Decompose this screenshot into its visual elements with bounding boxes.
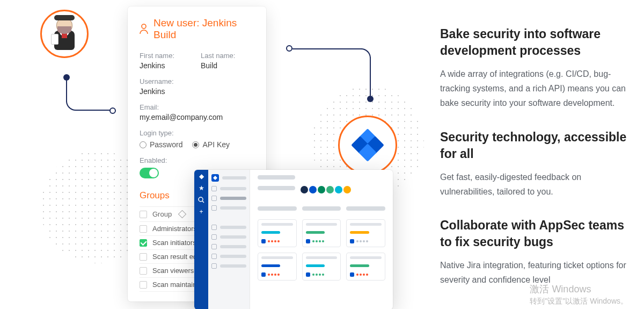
last-name-field[interactable]: Build [201, 61, 254, 70]
diamond-icon[interactable]: ◆ [198, 173, 204, 179]
board-nav-rail: ◆ ★ + [194, 170, 208, 309]
project-item[interactable] [211, 196, 246, 201]
board-mini-card[interactable] [346, 219, 385, 247]
board-mini-card[interactable] [302, 253, 341, 281]
login-radio-apikey-label: API Key [202, 140, 230, 149]
svg-point-1 [199, 197, 203, 202]
login-radio-password-label: Password [150, 140, 182, 149]
login-radio-apikey[interactable]: API Key [192, 140, 230, 149]
board-bar-placeholder [302, 206, 341, 211]
paragraph-accessible: Get fast, easily-digested feedback on vu… [440, 170, 634, 199]
group-checkbox[interactable] [140, 267, 147, 275]
color-swatch[interactable] [309, 186, 317, 193]
heading-collaborate: Collaborate with AppSec teams to fix sec… [440, 217, 634, 250]
svg-line-2 [202, 201, 204, 203]
board-subtext-placeholder [258, 186, 295, 190]
login-type-label: Login type: [140, 129, 254, 137]
first-name-label: First name: [140, 52, 193, 60]
project-item[interactable] [211, 174, 246, 182]
jenkins-icon [50, 17, 79, 51]
last-name-label: Last name: [201, 52, 254, 60]
project-item[interactable] [211, 234, 246, 240]
groups-column-label: Group [152, 210, 172, 218]
email-field[interactable]: my.email@company.com [140, 113, 254, 121]
search-icon[interactable] [198, 197, 204, 203]
enabled-toggle[interactable] [140, 168, 159, 178]
project-item[interactable] [211, 205, 246, 211]
project-item[interactable] [211, 244, 246, 249]
svg-point-0 [142, 24, 146, 28]
project-item[interactable] [211, 186, 246, 191]
group-label: Scan initiators [152, 239, 196, 247]
group-checkbox[interactable] [140, 225, 147, 233]
enabled-label: Enabled: [140, 156, 254, 164]
color-swatch[interactable] [343, 186, 351, 193]
form-title-text: New user: Jenkins Build [153, 17, 254, 41]
email-label: Email: [140, 103, 254, 111]
group-checkbox[interactable] [140, 239, 147, 247]
board-bar-placeholder [258, 206, 297, 211]
login-radio-password[interactable]: Password [140, 140, 182, 149]
board-content [250, 170, 393, 309]
board-mini-card[interactable] [258, 253, 297, 281]
first-name-field[interactable]: Jenkins [140, 61, 193, 70]
paragraph-collaborate: Native Jira integration, featuring ticke… [440, 258, 634, 287]
jira-icon-circle [338, 116, 397, 175]
sort-icon[interactable] [178, 210, 187, 219]
project-item[interactable] [211, 225, 246, 230]
group-label: Administrators [152, 225, 197, 233]
group-label: Scan viewers [152, 267, 194, 275]
color-swatch[interactable] [301, 186, 308, 193]
username-label: Username: [140, 77, 254, 85]
heading-accessible: Security technology, accessible for all [440, 129, 634, 162]
user-icon [140, 24, 148, 34]
username-field[interactable]: Jenkins [140, 87, 254, 96]
jira-icon [354, 131, 382, 159]
star-icon[interactable]: ★ [198, 185, 204, 191]
board-mini-card[interactable] [258, 219, 297, 247]
group-checkbox[interactable] [140, 253, 147, 261]
group-checkbox[interactable] [140, 281, 147, 289]
jenkins-icon-circle [40, 10, 89, 58]
board-project-list [208, 170, 250, 309]
color-swatch[interactable] [318, 186, 325, 193]
board-mini-card[interactable] [346, 253, 385, 281]
form-title: New user: Jenkins Build [140, 17, 254, 41]
board-bar-placeholder [346, 206, 385, 211]
project-item[interactable] [211, 263, 246, 269]
board-cards-grid [258, 219, 385, 281]
heading-bake-security: Bake security into software development … [440, 26, 634, 59]
marketing-copy: Bake security into software development … [440, 26, 634, 306]
board-title-placeholder [258, 175, 295, 179]
project-item[interactable] [211, 254, 246, 259]
select-all-checkbox[interactable] [140, 211, 147, 218]
color-swatch[interactable] [335, 186, 342, 193]
jira-board-mock: ◆ ★ + [194, 170, 393, 309]
board-mini-card[interactable] [302, 219, 341, 247]
color-swatch[interactable] [326, 186, 334, 193]
paragraph-bake-security: A wide array of integrations (e.g. CI/CD… [440, 67, 634, 111]
color-swatch-row [301, 186, 351, 193]
plus-icon[interactable]: + [198, 209, 204, 215]
